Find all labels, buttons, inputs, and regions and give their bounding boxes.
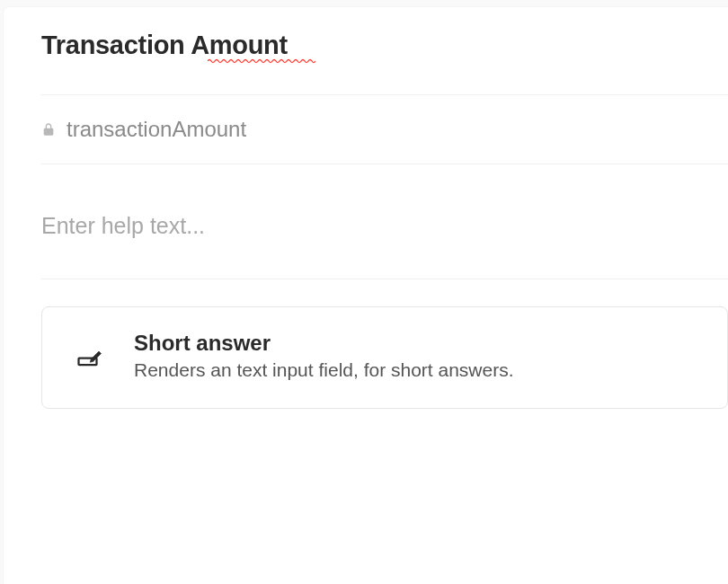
- help-text-input[interactable]: [41, 164, 728, 279]
- field-type-card[interactable]: Short answer Renders an text input field…: [41, 306, 728, 409]
- identifier-row: transactionAmount: [41, 94, 728, 164]
- form-field-editor-panel: Transaction Amount transactionAmount Sho…: [4, 7, 728, 584]
- field-title[interactable]: Transaction Amount: [41, 31, 288, 60]
- field-type-description: Renders an text input field, for short a…: [134, 359, 514, 381]
- lock-icon: [41, 122, 56, 137]
- field-type-title: Short answer: [134, 331, 514, 356]
- title-row: Transaction Amount: [41, 31, 288, 60]
- short-answer-icon: [76, 342, 103, 369]
- spellcheck-underline: [208, 58, 315, 64]
- identifier-value: transactionAmount: [67, 117, 246, 142]
- field-type-content: Short answer Renders an text input field…: [134, 331, 514, 381]
- help-text-section: [41, 164, 728, 279]
